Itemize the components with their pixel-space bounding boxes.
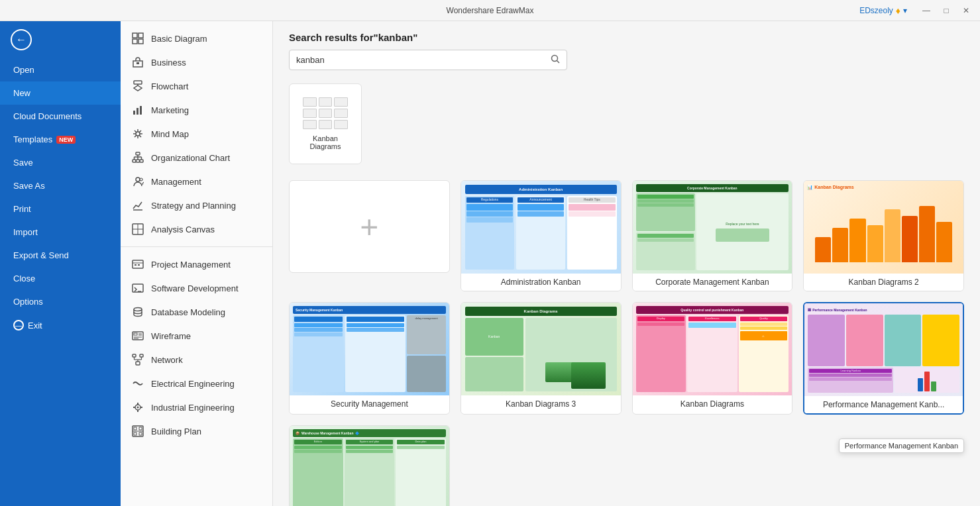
category-item-project[interactable]: Project Management xyxy=(121,252,272,276)
category-item-management[interactable]: Management xyxy=(121,170,272,193)
sidebar-item-options[interactable]: Options xyxy=(0,290,121,313)
svg-point-42 xyxy=(134,308,142,311)
svg-line-17 xyxy=(135,130,136,132)
category-item-orgchart[interactable]: Organizational Chart xyxy=(121,146,272,170)
category-label: Analysis Canvas xyxy=(151,225,215,234)
marketing-icon xyxy=(131,103,144,117)
category-item-software[interactable]: Software Development xyxy=(121,276,272,300)
search-input[interactable] xyxy=(296,55,551,65)
category-panel: Basic Diagram Business Flowchart Marketi… xyxy=(121,21,273,506)
template-card-warehouse[interactable]: 📦Warehouse Management Kanban🔷 Edition Sy… xyxy=(289,425,450,506)
template-label: Security Management xyxy=(290,395,449,413)
sidebar-item-templates[interactable]: Templates NEW xyxy=(0,128,121,151)
network-icon xyxy=(131,353,144,366)
category-item-business[interactable]: Business xyxy=(121,50,272,74)
search-icon[interactable] xyxy=(551,54,560,66)
template-card-security[interactable]: Security Management Kanban xyxy=(289,302,450,415)
svg-rect-22 xyxy=(133,160,136,162)
svg-rect-40 xyxy=(133,284,143,292)
template-preview-kanban3: Kanban Diagrams Kanban xyxy=(461,303,621,395)
svg-rect-51 xyxy=(136,362,140,365)
category-item-mindmap[interactable]: Mind Map xyxy=(121,122,272,146)
template-card-performance[interactable]: 🖼Performance Management Kanban Learn xyxy=(803,302,964,415)
app-body: ← Open New Cloud Documents Templates NEW… xyxy=(0,21,980,506)
category-label: Management xyxy=(151,177,201,187)
exit-icon: — xyxy=(13,320,24,330)
sidebar-nav: Open New Cloud Documents Templates NEW S… xyxy=(0,58,121,337)
template-preview-kanban: Quality control and punishment Kanban Di… xyxy=(633,303,792,395)
window-controls: EDszeoly ♦ ▾ — □ ✕ xyxy=(859,4,980,17)
category-label: Basic Diagram xyxy=(151,34,207,44)
svg-rect-11 xyxy=(140,106,142,115)
search-bar-container: Search results for"kanban" xyxy=(273,21,980,76)
category-label: Flowchart xyxy=(151,81,188,91)
svg-rect-6 xyxy=(134,81,142,84)
sidebar-item-close[interactable]: Close xyxy=(0,267,121,290)
svg-line-19 xyxy=(139,130,141,132)
sidebar: ← Open New Cloud Documents Templates NEW… xyxy=(0,21,121,506)
industrial-icon xyxy=(131,401,144,414)
kanban-icon-grid xyxy=(303,97,348,129)
category-label: Mind Map xyxy=(151,129,189,139)
template-card-kanban[interactable]: Quality control and punishment Kanban Di… xyxy=(632,302,793,415)
crown-icon: ♦ xyxy=(896,5,900,16)
template-card-kanban3[interactable]: Kanban Diagrams Kanban xyxy=(461,302,622,415)
title-bar: Wondershare EdrawMax EDszeoly ♦ ▾ — □ ✕ xyxy=(0,0,980,21)
category-label: Database Modeling xyxy=(151,307,225,317)
svg-rect-9 xyxy=(133,111,135,115)
category-item-analysis[interactable]: Analysis Canvas xyxy=(121,217,272,241)
template-card-new[interactable]: + xyxy=(289,180,450,273)
template-label: Corporate Management Kanban xyxy=(633,274,792,291)
sidebar-item-exit[interactable]: — Exit xyxy=(0,313,121,337)
flowchart-icon xyxy=(131,79,144,93)
kanban-category-card[interactable]: Kanban Diagrams xyxy=(289,83,362,164)
category-label: Network xyxy=(151,355,183,365)
svg-marker-7 xyxy=(134,85,142,91)
plus-icon: + xyxy=(360,209,378,245)
main-content: Search results for"kanban" xyxy=(273,21,980,506)
template-card-corporate[interactable]: Corporate Management Kanban xyxy=(632,180,793,291)
chevron-down-icon: ▾ xyxy=(903,6,907,15)
restore-button[interactable]: □ xyxy=(938,4,955,17)
svg-rect-1 xyxy=(138,33,143,38)
category-item-flowchart[interactable]: Flowchart xyxy=(121,74,272,98)
template-preview-kanban2: 📊 Kanban Diagrams xyxy=(804,181,963,274)
category-item-strategy[interactable]: Strategy and Planning xyxy=(121,193,272,217)
sidebar-item-import[interactable]: Import xyxy=(0,221,121,244)
search-box[interactable] xyxy=(289,50,567,70)
category-label: Business xyxy=(151,58,186,68)
user-badge[interactable]: EDszeoly ♦ ▾ xyxy=(859,5,907,16)
category-item-basic[interactable]: Basic Diagram xyxy=(121,26,272,50)
tooltip: Performance Management Kanban xyxy=(839,438,964,453)
svg-rect-50 xyxy=(140,354,143,357)
back-button[interactable]: ← xyxy=(0,21,121,58)
basic-diagram-icon xyxy=(131,32,144,45)
svg-line-69 xyxy=(557,61,560,64)
sidebar-item-open[interactable]: Open xyxy=(0,58,121,81)
management-icon xyxy=(131,175,144,188)
project-icon xyxy=(131,258,144,271)
category-item-industrial[interactable]: Industrial Engineering xyxy=(121,395,272,419)
sidebar-item-saveas[interactable]: Save As xyxy=(0,174,121,197)
electrical-icon xyxy=(131,377,144,390)
category-item-database[interactable]: Database Modeling xyxy=(121,300,272,324)
sidebar-item-save[interactable]: Save xyxy=(0,151,121,174)
template-label: Performance Management Kanb... xyxy=(804,396,963,413)
minimize-button[interactable]: — xyxy=(918,4,935,17)
category-item-building[interactable]: Building Plan xyxy=(121,419,272,443)
close-button[interactable]: ✕ xyxy=(957,4,975,17)
template-card-kanban2[interactable]: 📊 Kanban Diagrams xyxy=(803,180,964,291)
sidebar-item-print[interactable]: Print xyxy=(0,197,121,221)
sidebar-item-export[interactable]: Export & Send xyxy=(0,244,121,267)
sidebar-item-cloud[interactable]: Cloud Documents xyxy=(0,105,121,128)
svg-rect-21 xyxy=(136,152,140,155)
category-item-wireframe[interactable]: Wireframe xyxy=(121,324,272,348)
category-item-network[interactable]: Network xyxy=(121,348,272,372)
category-item-marketing[interactable]: Marketing xyxy=(121,98,272,122)
kanban-category-label: Kanban Diagrams xyxy=(303,134,348,150)
template-card-admin-kanban[interactable]: Administration Kanban Regulations Announ… xyxy=(461,180,622,291)
svg-rect-24 xyxy=(140,160,143,162)
svg-rect-39 xyxy=(138,264,140,266)
category-item-electrical[interactable]: Electrical Engineering xyxy=(121,372,272,395)
sidebar-item-new[interactable]: New xyxy=(0,81,121,105)
